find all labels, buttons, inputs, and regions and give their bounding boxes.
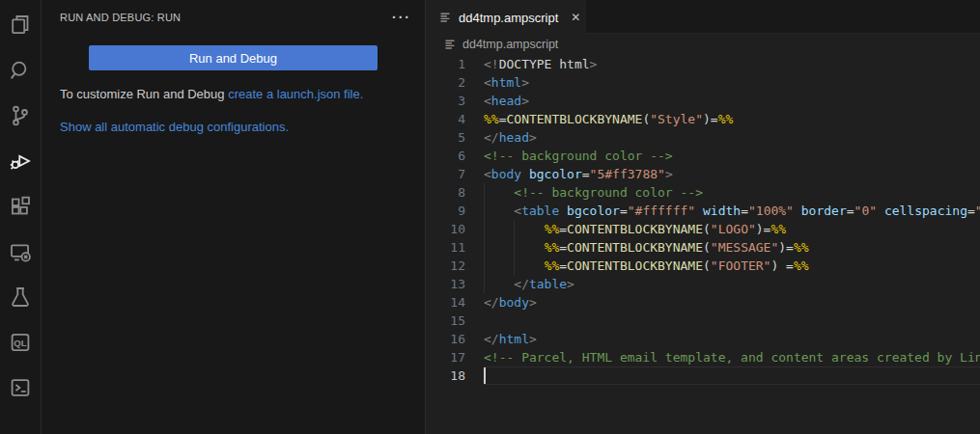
indent-guide: [484, 183, 485, 202]
code-line: 17<!-- Parcel, HTML email template, and …: [426, 348, 980, 366]
line-content: </table>: [484, 275, 980, 293]
indent-guide: [484, 275, 485, 293]
extensions-icon: [9, 195, 32, 222]
line-content: %%=CONTENTBLOCKBYNAME("FOOTER") =%%: [484, 257, 980, 275]
line-number: 8: [426, 183, 484, 202]
line-content: </html>: [484, 330, 980, 348]
search-icon: [9, 59, 32, 86]
line-number: 3: [426, 92, 484, 110]
ellipsis-icon[interactable]: ···: [392, 11, 411, 24]
line-number: 11: [426, 238, 484, 257]
indent-guide: [484, 257, 485, 275]
activity-item-search[interactable]: [0, 49, 42, 95]
activity-item-extensions[interactable]: [0, 185, 42, 231]
line-number: 5: [426, 128, 484, 147]
line-content: [484, 312, 980, 330]
debug-icon: [9, 149, 32, 176]
run-and-debug-button[interactable]: Run and Debug: [89, 45, 378, 70]
line-number: 2: [426, 73, 484, 92]
code-line: 4%%=CONTENTBLOCKBYNAME("Style")=%%: [426, 110, 980, 128]
indent-guide: [484, 238, 485, 257]
customize-hint-text: To customize Run and Debug: [60, 87, 228, 101]
indent-guide: [514, 257, 515, 275]
line-content: [484, 366, 980, 385]
indent-guide: [514, 238, 515, 257]
line-number: 13: [426, 275, 484, 293]
line-content: <!-- Parcel, HTML email template, and co…: [484, 348, 980, 366]
line-content: <head>: [484, 92, 980, 110]
customize-hint: To customize Run and Debug create a laun…: [42, 86, 425, 103]
files-icon: [9, 14, 32, 41]
line-number: 9: [426, 202, 484, 220]
svg-text:QL: QL: [14, 337, 26, 347]
tab-label: dd4tmp.ampscript: [459, 11, 558, 25]
sidebar-header: RUN AND DEBUG: RUN ···: [42, 0, 425, 35]
code-line: 3<head>: [426, 92, 980, 110]
create-launch-json-link[interactable]: create a launch.json file.: [228, 87, 363, 101]
line-content: <table bgcolor="#ffffff" width="100%" bo…: [484, 202, 980, 220]
ql-icon: QL: [9, 331, 32, 358]
file-icon: [438, 11, 452, 24]
line-number: 12: [426, 257, 484, 275]
line-content: <!-- background color -->: [484, 147, 980, 165]
code-line: 10 %%=CONTENTBLOCKBYNAME("LOGO")=%%: [426, 220, 980, 238]
activity-item-remote-explorer[interactable]: [0, 231, 42, 276]
activity-item-run-and-debug[interactable]: [0, 140, 42, 185]
beaker-icon: [9, 285, 32, 312]
line-number: 16: [426, 330, 484, 348]
line-number: 1: [426, 55, 484, 73]
code-line: 5</head>: [426, 128, 980, 147]
git-branch-icon: [9, 104, 32, 131]
line-number: 7: [426, 165, 484, 183]
editor-group: dd4tmp.ampscript ✕ dd4tmp.ampscript 1<!D…: [426, 0, 980, 434]
line-number: 18: [426, 366, 484, 385]
activity-item-source-control[interactable]: [0, 95, 42, 140]
breadcrumb-file-icon: [443, 38, 457, 51]
activity-item-codeql[interactable]: QL: [0, 321, 42, 366]
sidebar-title: RUN AND DEBUG: RUN: [60, 12, 181, 23]
line-content: %%=CONTENTBLOCKBYNAME("LOGO")=%%: [484, 220, 980, 238]
show-configs-line: Show all automatic debug configurations.: [42, 119, 425, 136]
line-content: %%=CONTENTBLOCKBYNAME("MESSAGE")=%%: [484, 238, 980, 257]
indent-guide: [484, 202, 485, 220]
remote-monitor-icon: [9, 240, 32, 267]
line-number: 10: [426, 220, 484, 238]
run-and-debug-panel: RUN AND DEBUG: RUN ··· Run and Debug To …: [42, 0, 426, 434]
line-number: 15: [426, 312, 484, 330]
code-line: 16</html>: [426, 330, 980, 348]
line-number: 14: [426, 293, 484, 312]
line-content: </body>: [484, 293, 980, 312]
tab-dd4tmp-ampscript[interactable]: dd4tmp.ampscript ✕: [426, 0, 586, 35]
activity-item-explorer[interactable]: [0, 4, 42, 49]
code-line: 1<!DOCTYPE html>: [426, 55, 980, 73]
code-line: 14</body>: [426, 293, 980, 312]
show-debug-configurations-link[interactable]: Show all automatic debug configurations.: [60, 120, 289, 134]
vscode-window: QL RUN AND DEBUG: RUN ··· Run and Debug …: [0, 0, 980, 434]
code-line: 2<html>: [426, 73, 980, 92]
indent-guide: [484, 220, 485, 238]
code-line: 18: [426, 366, 980, 385]
code-line: 11 %%=CONTENTBLOCKBYNAME("MESSAGE")=%%: [426, 238, 980, 257]
code-line: 13 </table>: [426, 275, 980, 293]
code-line: 7<body bgcolor="5#ff3788">: [426, 165, 980, 183]
activity-bar: QL: [0, 0, 42, 434]
line-content: <html>: [484, 73, 980, 92]
line-number: 17: [426, 348, 484, 366]
activity-item-console[interactable]: [0, 366, 42, 412]
line-content: <!-- background color -->: [484, 183, 980, 202]
code-line: 8 <!-- background color -->: [426, 183, 980, 202]
activity-item-testing[interactable]: [0, 276, 42, 321]
code-line: 15: [426, 312, 980, 330]
code-line: 9 <table bgcolor="#ffffff" width="100%" …: [426, 202, 980, 220]
close-icon[interactable]: ✕: [568, 9, 583, 26]
line-number: 4: [426, 110, 484, 128]
line-content: </head>: [484, 128, 980, 147]
text-cursor: [484, 367, 486, 384]
breadcrumb[interactable]: dd4tmp.ampscript: [426, 34, 980, 54]
code-area[interactable]: 1<!DOCTYPE html>2<html>3<head>4%%=CONTEN…: [426, 54, 980, 434]
code-line: 12 %%=CONTENTBLOCKBYNAME("FOOTER") =%%: [426, 257, 980, 275]
line-content: <!DOCTYPE html>: [484, 55, 980, 73]
indent-guide: [514, 220, 515, 238]
tab-bar: dd4tmp.ampscript ✕: [426, 0, 980, 34]
line-content: %%=CONTENTBLOCKBYNAME("Style")=%%: [484, 110, 980, 128]
